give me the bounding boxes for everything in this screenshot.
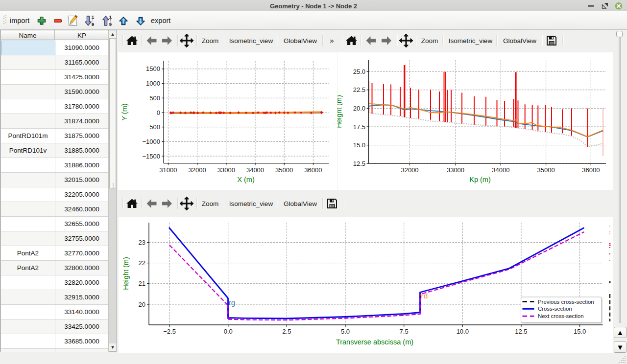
svg-text:9: 9	[109, 22, 112, 27]
svg-text:Previous cross-section: Previous cross-section	[538, 299, 594, 305]
svg-text:500: 500	[149, 94, 160, 102]
svg-text:Kp (m): Kp (m)	[469, 176, 491, 183]
svg-text:21: 21	[139, 280, 145, 287]
svg-text:Isometric_view: Isometric_view	[229, 37, 273, 45]
svg-text:Zoom: Zoom	[421, 37, 438, 45]
svg-text:X (m): X (m)	[237, 176, 254, 183]
svg-text:22: 22	[139, 259, 145, 267]
svg-text:Isometric_view: Isometric_view	[449, 37, 493, 45]
svg-text:34000: 34000	[492, 166, 509, 174]
svg-text:15.0: 15.0	[353, 141, 365, 149]
svg-text:GlobalView: GlobalView	[284, 200, 317, 207]
svg-text:22.5: 22.5	[353, 86, 365, 93]
svg-text:36000: 36000	[582, 166, 600, 174]
svg-text:5.0: 5.0	[341, 328, 350, 335]
svg-text:9: 9	[92, 22, 94, 27]
svg-text:1: 1	[109, 14, 112, 20]
svg-text:GlobalView: GlobalView	[284, 37, 317, 45]
svg-text:Height (m): Height (m)	[338, 95, 343, 128]
svg-text:12.5: 12.5	[515, 328, 527, 335]
svg-text:rg: rg	[229, 298, 236, 307]
svg-text:−2.5: −2.5	[163, 328, 176, 335]
svg-text:33000: 33000	[217, 166, 235, 174]
svg-text:20.0: 20.0	[353, 105, 365, 112]
svg-text:32000: 32000	[401, 166, 418, 174]
svg-text:10.0: 10.0	[457, 328, 469, 335]
svg-text:»: »	[330, 36, 334, 45]
svg-text:32000: 32000	[189, 166, 206, 174]
svg-text:36000: 36000	[304, 166, 322, 174]
svg-text:rd: rd	[421, 292, 428, 300]
svg-text:Y (m): Y (m)	[121, 103, 128, 120]
svg-text:23: 23	[139, 239, 145, 246]
svg-text:2.5: 2.5	[282, 328, 291, 335]
svg-text:Isometric_view: Isometric_view	[229, 200, 273, 207]
svg-text:35000: 35000	[537, 166, 555, 174]
svg-text:0: 0	[157, 109, 160, 116]
svg-text:34000: 34000	[246, 166, 264, 174]
svg-text:−500: −500	[146, 123, 160, 131]
svg-text:Height (m): Height (m)	[122, 257, 130, 290]
svg-text:Zoom: Zoom	[202, 37, 219, 45]
svg-text:1: 1	[92, 14, 95, 20]
svg-text:20: 20	[139, 301, 145, 308]
svg-text:31000: 31000	[159, 166, 177, 174]
svg-text:7.5: 7.5	[400, 328, 409, 335]
svg-text:15.0: 15.0	[574, 328, 586, 335]
svg-text:33000: 33000	[447, 166, 464, 174]
svg-text:17.5: 17.5	[353, 123, 365, 131]
svg-text:1500: 1500	[146, 65, 160, 72]
svg-text:1000: 1000	[146, 80, 160, 87]
svg-text:12.5: 12.5	[353, 160, 365, 167]
svg-text:GlobalView: GlobalView	[503, 37, 536, 45]
svg-text:Next cross-section: Next cross-section	[538, 313, 584, 319]
svg-text:25.0: 25.0	[353, 68, 365, 75]
svg-text:Cross-section: Cross-section	[538, 306, 572, 312]
svg-text:35000: 35000	[275, 166, 293, 174]
svg-text:−1500: −1500	[142, 153, 160, 160]
svg-text:−1000: −1000	[142, 138, 160, 145]
svg-text:Transverse abscissa (m): Transverse abscissa (m)	[336, 338, 413, 346]
svg-text:Zoom: Zoom	[202, 200, 219, 207]
svg-text:0.0: 0.0	[224, 328, 233, 335]
